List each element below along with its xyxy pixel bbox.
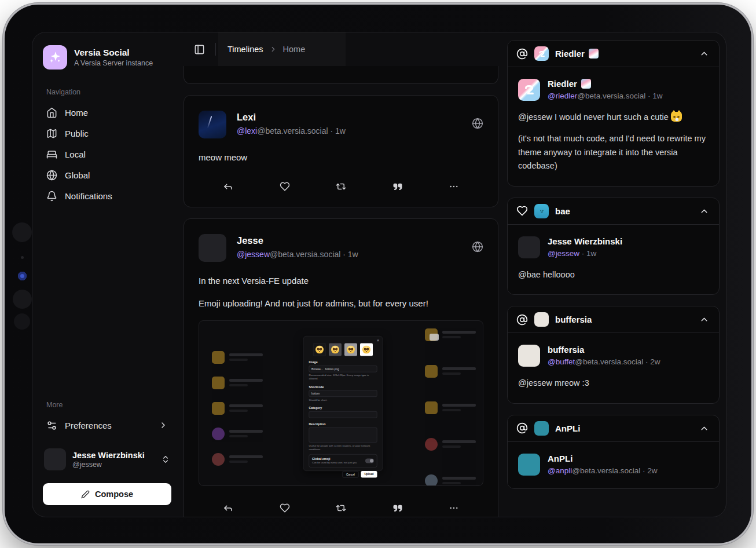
chevron-up-icon[interactable] — [698, 422, 710, 434]
notification-author[interactable]: Riedler — [548, 79, 577, 89]
like-heart-icon — [516, 205, 528, 217]
like-button[interactable] — [278, 180, 291, 193]
globe-icon — [46, 170, 57, 181]
preferences-label: Preferences — [65, 421, 112, 430]
previous-post-card-clipped — [184, 66, 498, 84]
avatar[interactable] — [518, 454, 540, 476]
reply-button[interactable] — [222, 180, 234, 193]
notification-handle[interactable]: @anpli@beta.versia.social · 2w — [548, 466, 658, 475]
current-user-handle: @jessew — [72, 461, 145, 469]
notification-author[interactable]: AnPLi — [548, 454, 572, 463]
sidebar-item-local[interactable]: Local — [43, 144, 171, 165]
mention-at-icon — [516, 314, 528, 326]
sliders-icon — [46, 420, 57, 431]
notification-title: Riedler — [555, 49, 585, 59]
breadcrumb-timelines[interactable]: Timelines — [227, 45, 263, 54]
embed-add-button — [430, 334, 439, 341]
boost-button[interactable] — [335, 180, 347, 193]
chevron-up-icon[interactable] — [698, 205, 710, 217]
notification-card: AnPLi AnPLi @anpli@beta.versia.social · … — [507, 415, 720, 489]
emoji-preview-gray — [329, 343, 342, 356]
file-input: Browse...bottom.png — [309, 366, 377, 372]
notifications-column: Riedler Riedler @riedler@beta.versia.soc… — [507, 40, 720, 489]
post-author[interactable]: Lexi — [237, 111, 346, 123]
bell-icon — [46, 191, 57, 202]
sidebar-item-label: Notifications — [65, 191, 112, 201]
like-button[interactable] — [278, 502, 291, 514]
app-name: Versia Social — [74, 48, 153, 58]
notification-handle[interactable]: @riedler@beta.versia.social · 1w — [548, 92, 662, 100]
chevron-up-icon[interactable] — [698, 48, 710, 60]
global-emoji-toggle — [365, 458, 374, 463]
dock-app-icon[interactable] — [13, 290, 32, 309]
description-textarea — [309, 427, 377, 442]
chevron-up-icon[interactable] — [698, 313, 710, 326]
embed-emoji-upload-modal: ✕ Image Browse...bottom.png Recommended … — [303, 336, 383, 471]
avatar[interactable] — [199, 111, 226, 138]
field-hint: Useful for people with screen readers, o… — [309, 444, 377, 451]
post-image-attachment[interactable]: ✕ Image Browse...bottom.png Recommended … — [199, 320, 483, 486]
field-hint: Can be used by every user, not just you — [312, 461, 363, 465]
post-actions — [199, 180, 483, 193]
sidebar-item-global[interactable]: Global — [43, 165, 171, 185]
compose-label: Compose — [95, 489, 133, 499]
chevrons-up-down-icon — [161, 455, 170, 464]
account-switcher[interactable]: Jesse Wierzbinski @jessew — [43, 448, 171, 470]
notification-author[interactable]: buffersia — [548, 345, 584, 355]
post-card: Lexi @lexi@beta.versia.social · 1w meow … — [184, 95, 498, 207]
embed-emoji-table — [425, 328, 483, 486]
post-card: Jesse @jessew@beta.versia.social · 1w In… — [184, 218, 498, 518]
mention-at-icon — [516, 48, 528, 60]
sidebar-item-notifications[interactable]: Notifications — [43, 185, 171, 206]
dock-app-icon[interactable] — [14, 313, 30, 330]
notification-header[interactable]: AnPLi — [508, 415, 719, 442]
avatar[interactable] — [199, 234, 226, 262]
notification-card: bae Jesse Wierzbinski @jessew · 1w @bae … — [507, 198, 720, 295]
emoji-preview-white — [360, 343, 373, 356]
pencil-icon — [81, 490, 90, 499]
dock-app-icon[interactable] — [12, 222, 32, 242]
visibility-globe-icon — [472, 111, 483, 129]
breadcrumb-home[interactable]: Home — [283, 45, 306, 54]
dock-blue-app-icon[interactable] — [18, 272, 27, 280]
notification-author[interactable]: Jesse Wierzbinski — [548, 236, 622, 246]
notification-handle[interactable]: @buffet@beta.versia.social · 2w — [548, 357, 660, 366]
avatar — [534, 312, 549, 327]
cancel-button: Cancel — [343, 471, 359, 478]
map-icon — [46, 128, 57, 139]
visibility-globe-icon — [472, 234, 483, 253]
sidebar-item-home[interactable]: Home — [43, 102, 171, 123]
avatar[interactable] — [518, 79, 540, 101]
notification-header[interactable]: bae — [508, 198, 719, 225]
sidebar-toggle-button[interactable] — [192, 42, 207, 57]
more-button[interactable] — [447, 180, 460, 193]
more-button[interactable] — [447, 502, 460, 514]
bed-icon — [46, 149, 57, 160]
nav-group-label: Navigation — [46, 88, 171, 96]
boost-button[interactable] — [335, 502, 347, 514]
notification-header[interactable]: Riedler — [508, 41, 719, 67]
sidebar-item-public[interactable]: Public — [43, 123, 171, 144]
notification-card: Riedler Riedler @riedler@beta.versia.soc… — [507, 40, 720, 187]
post-author[interactable]: Jesse — [237, 234, 358, 246]
post-handle[interactable]: @jessew@beta.versia.social · 1w — [237, 250, 358, 259]
quote-button[interactable] — [391, 502, 404, 514]
sidebar-item-preferences[interactable]: Preferences — [43, 415, 171, 436]
post-text: In the next Versia-FE update — [199, 275, 483, 288]
app-subtitle: A Versia Server instance — [74, 59, 153, 67]
brand[interactable]: Versia Social A Versia Server instance — [43, 45, 171, 70]
avatar[interactable] — [518, 345, 540, 367]
reply-button[interactable] — [222, 502, 234, 514]
notification-text: @jessew mreow :3 — [518, 377, 709, 390]
notification-title: AnPLi — [555, 423, 580, 433]
notification-header[interactable]: buffersia — [508, 306, 719, 333]
notification-handle[interactable]: @jessew · 1w — [548, 249, 622, 258]
post-handle[interactable]: @lexi@beta.versia.social · 1w — [237, 126, 346, 136]
avatar — [534, 46, 549, 61]
notification-text: @bae helloooo — [518, 268, 709, 282]
quote-button[interactable] — [391, 180, 404, 193]
avatar — [44, 448, 66, 470]
avatar[interactable] — [518, 236, 540, 258]
compose-button[interactable]: Compose — [43, 483, 171, 505]
field-hint: Recommended size: 128x128px. Every image… — [309, 374, 377, 381]
